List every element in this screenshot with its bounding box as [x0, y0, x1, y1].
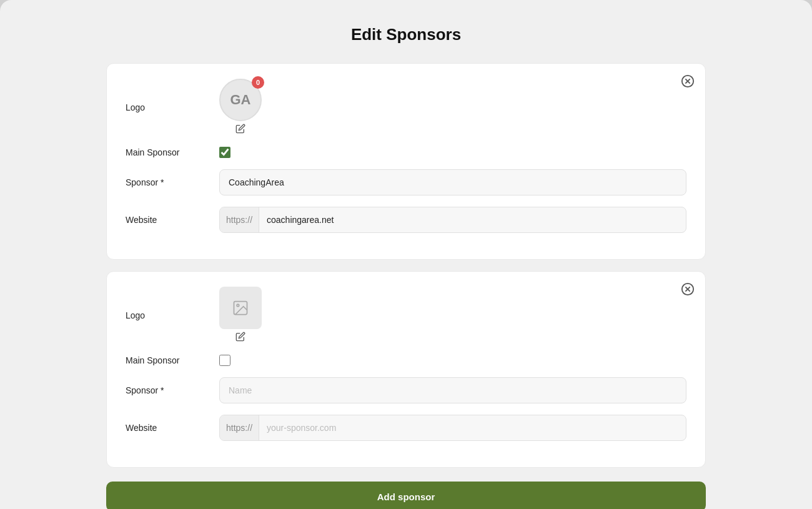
website-prefix-1: https://	[220, 207, 259, 232]
website-row-2: Website https://	[126, 415, 686, 441]
logo-edit-button-1[interactable]	[235, 124, 245, 136]
website-label-2: Website	[126, 423, 207, 433]
website-input-wrap-2: https://	[219, 415, 686, 441]
close-sponsor-2-button[interactable]	[679, 280, 696, 298]
website-label-1: Website	[126, 215, 207, 225]
sponsor-name-input-2[interactable]	[219, 377, 686, 403]
main-sponsor-row-2: Main Sponsor	[126, 355, 686, 366]
sponsor-name-label-2: Sponsor *	[126, 385, 207, 395]
logo-area-2	[219, 287, 262, 343]
sponsor-card-2: Logo	[106, 271, 706, 468]
main-sponsor-checkbox-1[interactable]	[219, 147, 230, 158]
content-area: Edit Sponsors Logo GA 0	[106, 25, 706, 509]
notification-badge-1: 0	[252, 76, 264, 89]
website-row-1: Website https://	[126, 207, 686, 233]
main-sponsor-checkbox-2[interactable]	[219, 355, 230, 366]
logo-row-2: Logo	[126, 287, 686, 343]
sponsor-card-1: Logo GA 0 Main Sponsor	[106, 63, 706, 260]
website-input-2[interactable]	[259, 415, 686, 440]
main-sponsor-label-1: Main Sponsor	[126, 147, 207, 157]
website-prefix-2: https://	[220, 415, 259, 440]
website-input-wrap-1: https://	[219, 207, 686, 233]
add-sponsor-button[interactable]: Add sponsor	[106, 482, 706, 509]
logo-row-1: Logo GA 0	[126, 79, 686, 136]
sponsor-name-row-2: Sponsor *	[126, 377, 686, 403]
website-input-1[interactable]	[259, 207, 686, 232]
logo-area-1: GA 0	[219, 79, 262, 136]
svg-point-7	[237, 304, 239, 307]
sponsor-name-row-1: Sponsor *	[126, 169, 686, 195]
sponsor-name-input-1[interactable]	[219, 169, 686, 195]
page-title: Edit Sponsors	[106, 25, 706, 44]
logo-initials-1: GA	[230, 92, 251, 108]
page-wrapper: Edit Sponsors Logo GA 0	[0, 0, 812, 509]
main-sponsor-row-1: Main Sponsor	[126, 147, 686, 158]
logo-edit-button-2[interactable]	[235, 332, 245, 343]
logo-placeholder-2	[219, 287, 262, 329]
main-sponsor-label-2: Main Sponsor	[126, 355, 207, 365]
logo-label-2: Logo	[126, 310, 207, 320]
logo-circle-1: GA 0	[219, 79, 262, 121]
logo-label-1: Logo	[126, 102, 207, 112]
close-sponsor-1-button[interactable]	[679, 72, 696, 90]
sponsor-name-label-1: Sponsor *	[126, 177, 207, 187]
